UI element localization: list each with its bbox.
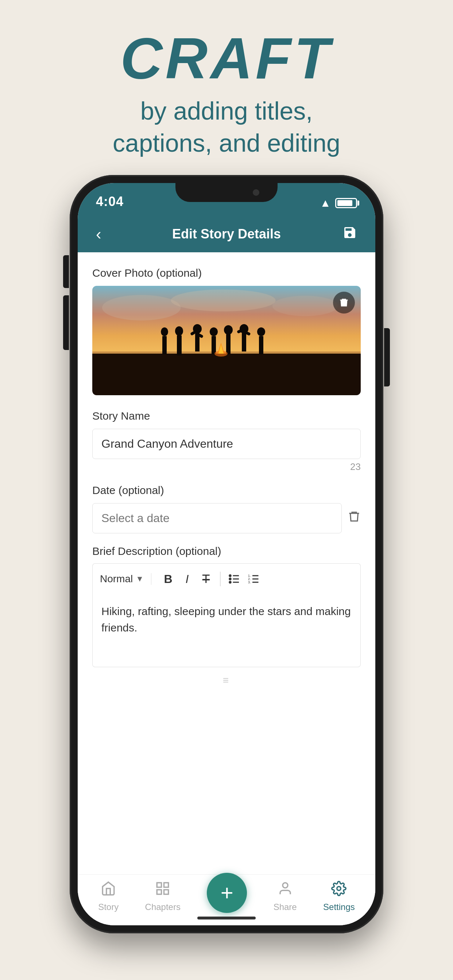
nav-bar: ‹ Edit Story Details	[78, 216, 375, 252]
date-row	[92, 503, 361, 533]
settings-tab-icon	[331, 881, 346, 900]
strikethrough-button[interactable]: T̶	[196, 570, 215, 589]
svg-point-11	[210, 328, 218, 336]
date-section: Date (optional)	[92, 484, 361, 533]
status-icons: ▲	[320, 197, 357, 209]
svg-point-30	[229, 582, 231, 583]
story-name-label: Story Name	[92, 410, 361, 422]
front-camera	[253, 189, 259, 196]
toolbar-separator	[220, 572, 221, 586]
story-name-section: Story Name 23	[92, 410, 361, 473]
svg-point-5	[175, 326, 183, 336]
svg-point-0	[102, 295, 180, 320]
cover-photo-section: Cover Photo (optional)	[92, 267, 361, 395]
share-tab-icon	[278, 881, 293, 900]
chapters-tab-label: Chapters	[145, 902, 180, 912]
date-input[interactable]	[92, 503, 342, 533]
story-tab-icon	[100, 881, 116, 900]
numbered-list-button[interactable]: 1. 2. 3.	[244, 570, 263, 589]
tab-share[interactable]: Share	[274, 881, 297, 912]
scroll-indicator: ≡	[92, 667, 361, 690]
svg-point-28	[229, 575, 231, 577]
svg-rect-38	[164, 883, 169, 887]
tab-story[interactable]: Story	[98, 881, 118, 912]
notch	[175, 183, 278, 202]
svg-rect-37	[157, 883, 161, 887]
delete-date-button[interactable]	[348, 510, 361, 527]
svg-rect-6	[177, 336, 182, 355]
phone-frame: 4:04 ▲ ‹ Edit Story Details	[70, 175, 383, 933]
svg-rect-4	[162, 336, 167, 355]
svg-rect-12	[212, 336, 216, 355]
svg-point-41	[283, 883, 288, 888]
bold-button[interactable]: B	[159, 570, 178, 589]
subtitle: by adding titles, captions, and editing	[0, 95, 453, 159]
format-dropdown[interactable]: Normal ▼	[100, 573, 152, 585]
content-area: Cover Photo (optional)	[78, 252, 375, 874]
svg-text:3.: 3.	[248, 581, 251, 584]
header-section: CRAFT by adding titles, captions, and ed…	[0, 0, 453, 181]
tab-chapters[interactable]: Chapters	[145, 881, 180, 912]
editor-toolbar: Normal ▼ B I T̶	[92, 563, 361, 594]
bullet-list-button[interactable]	[225, 570, 244, 589]
story-tab-label: Story	[98, 902, 118, 912]
phone-screen: 4:04 ▲ ‹ Edit Story Details	[78, 183, 375, 925]
svg-point-19	[257, 328, 265, 336]
cover-photo-image	[92, 286, 361, 395]
home-indicator	[197, 916, 256, 920]
tab-settings[interactable]: Settings	[323, 881, 355, 912]
svg-rect-16	[242, 333, 246, 352]
status-time: 4:04	[96, 194, 124, 209]
save-button[interactable]	[343, 225, 357, 243]
char-count: 23	[92, 461, 361, 473]
settings-tab-label: Settings	[323, 902, 355, 912]
svg-point-1	[171, 290, 275, 311]
svg-rect-40	[157, 889, 161, 894]
chapters-tab-icon	[155, 881, 170, 900]
fab-add-button[interactable]: +	[207, 873, 247, 913]
description-text-area[interactable]: Hiking, rafting, sleeping under the star…	[92, 594, 361, 667]
delete-cover-photo-button[interactable]	[333, 292, 355, 313]
cover-photo-label: Cover Photo (optional)	[92, 267, 361, 279]
svg-rect-39	[164, 889, 169, 894]
nav-title: Edit Story Details	[172, 226, 281, 242]
battery-icon	[335, 198, 357, 208]
cover-photo-container[interactable]	[92, 286, 361, 395]
description-label: Brief Description (optional)	[92, 545, 361, 557]
italic-button[interactable]: I	[178, 570, 196, 589]
svg-rect-14	[226, 334, 231, 355]
svg-point-3	[161, 328, 168, 336]
svg-rect-20	[259, 336, 263, 355]
format-label: Normal	[100, 573, 133, 585]
plus-icon: +	[221, 882, 233, 904]
story-name-input[interactable]	[92, 429, 361, 459]
description-section: Brief Description (optional) Normal ▼ B …	[92, 545, 361, 690]
date-label: Date (optional)	[92, 484, 361, 496]
svg-point-29	[229, 578, 231, 580]
share-tab-label: Share	[274, 902, 297, 912]
back-button[interactable]: ‹	[96, 225, 101, 243]
svg-point-2	[273, 296, 338, 316]
status-bar: 4:04 ▲	[78, 183, 375, 216]
craft-title: CRAFT	[0, 29, 453, 88]
svg-point-13	[224, 325, 233, 335]
dropdown-arrow-icon: ▼	[136, 574, 144, 584]
svg-point-42	[337, 886, 341, 890]
wifi-icon: ▲	[320, 197, 331, 209]
